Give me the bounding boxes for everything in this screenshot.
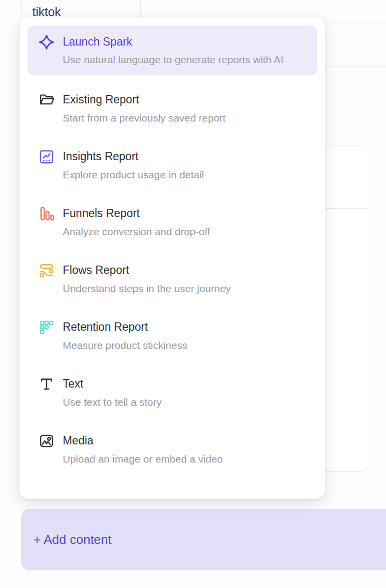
background-column-line: [21, 0, 22, 14]
menu-item-media[interactable]: Media Upload an image or embed a video: [27, 425, 317, 473]
menu-item-title: Existing Report: [63, 91, 306, 108]
menu-item-description: Explore product usage in detail: [63, 168, 299, 182]
menu-item-text[interactable]: Text Use text to tell a story: [27, 368, 317, 416]
menu-item-existing-report[interactable]: Existing Report Start from a previously …: [27, 84, 317, 132]
menu-item-description: Start from a previously saved report: [63, 111, 299, 125]
menu-item-title: Flows Report: [63, 262, 306, 278]
folder-open-icon: [38, 92, 55, 108]
flows-icon: [38, 262, 55, 279]
menu-item-title: Retention Report: [63, 318, 306, 335]
funnel-bars-icon: [38, 205, 55, 222]
background-table-label: tiktok: [32, 5, 61, 19]
menu-item-description: Use text to tell a story: [63, 395, 299, 410]
text-icon: [38, 376, 55, 392]
menu-item-title: Funnels Report: [63, 205, 306, 221]
menu-item-launch-spark[interactable]: Launch Spark Use natural language to gen…: [27, 25, 317, 75]
menu-item-description: Understand steps in the user journey: [63, 281, 299, 296]
background-column-line: [140, 0, 141, 20]
add-content-menu: Launch Spark Use natural language to gen…: [20, 18, 325, 499]
menu-item-title: Media: [63, 432, 306, 449]
menu-item-description: Measure product stickiness: [63, 338, 299, 353]
insights-chart-icon: [38, 148, 55, 165]
menu-item-retention-report[interactable]: Retention Report Measure product stickin…: [27, 312, 317, 360]
menu-item-description: Upload an image or embed a video: [63, 452, 299, 466]
menu-item-insights-report[interactable]: Insights Report Explore product usage in…: [27, 141, 317, 189]
menu-item-title: Launch Spark: [63, 33, 306, 50]
add-content-button[interactable]: + Add content: [21, 509, 386, 570]
retention-grid-icon: [38, 319, 55, 336]
spark-icon: [38, 34, 55, 50]
background-row-line: [65, 11, 140, 11]
menu-item-funnels-report[interactable]: Funnels Report Analyze conversion and dr…: [27, 198, 317, 246]
add-content-label: + Add content: [33, 532, 112, 547]
menu-item-description: Analyze conversion and drop-off: [63, 224, 299, 239]
menu-item-description: Use natural language to generate reports…: [63, 52, 299, 68]
menu-item-flows-report[interactable]: Flows Report Understand steps in the use…: [27, 255, 317, 303]
menu-item-title: Insights Report: [63, 148, 306, 165]
media-image-icon: [38, 433, 55, 449]
menu-item-title: Text: [63, 375, 306, 392]
